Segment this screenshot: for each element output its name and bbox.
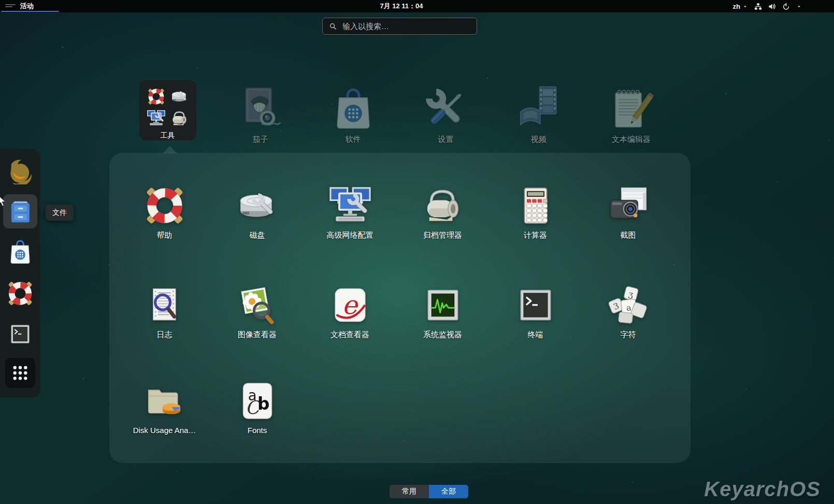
search-icon bbox=[329, 22, 337, 30]
app-item-disk-usage-analyzer[interactable]: Disk Usage Ana… bbox=[118, 379, 211, 435]
tools-folder-popup: 帮助 磁盘 高级网络配置 归档管理器 计算器 截图 bbox=[109, 153, 691, 463]
clock-button[interactable]: 7月 12 11：04 bbox=[380, 0, 423, 12]
app-label: 字符 bbox=[621, 330, 636, 340]
app-item-document-viewer[interactable]: 文档查看器 bbox=[304, 283, 396, 340]
app-label: 茄子 bbox=[253, 135, 268, 145]
network-wired-icon[interactable] bbox=[754, 3, 762, 10]
folder-preview-grid bbox=[147, 87, 189, 128]
keyboard-language-selector[interactable]: zh bbox=[733, 3, 748, 10]
videos-filmstrip-icon bbox=[514, 84, 563, 133]
folder-piechart-icon bbox=[143, 379, 186, 423]
gnome-activities-overview: 活动 7月 12 11：04 zh bbox=[0, 0, 834, 504]
tooltip-label: 文件 bbox=[52, 208, 67, 218]
dock-item-software[interactable] bbox=[6, 238, 35, 266]
folder-apps-row-2: 日志 图像查看器 文档查看器 系统监视器 终端 字符 bbox=[118, 283, 674, 340]
lifebuoy-icon bbox=[143, 184, 186, 227]
disk-wrench-icon bbox=[170, 87, 189, 106]
mouse-cursor bbox=[0, 195, 6, 207]
search-input[interactable] bbox=[341, 21, 470, 31]
app-settings[interactable]: 设置 bbox=[399, 80, 492, 145]
app-item-advanced-network[interactable]: 高级网络配置 bbox=[304, 184, 396, 240]
app-software[interactable]: 软件 bbox=[307, 80, 399, 145]
app-label: 日志 bbox=[157, 330, 172, 340]
dock-item-firefox[interactable] bbox=[6, 156, 35, 184]
settings-tools-icon bbox=[422, 84, 470, 133]
volume-icon[interactable] bbox=[768, 3, 776, 10]
app-label: 设置 bbox=[438, 135, 454, 145]
top-bar: 活动 7月 12 11：04 zh bbox=[0, 0, 834, 12]
archive-roller-icon bbox=[170, 109, 189, 128]
app-label: 截图 bbox=[621, 231, 636, 240]
app-label: 计算器 bbox=[524, 231, 547, 240]
cheese-webcam-icon bbox=[236, 84, 285, 133]
monitors-wrench-icon bbox=[147, 109, 166, 128]
frequent-view-button[interactable]: 常用 bbox=[390, 485, 429, 498]
terminal-icon bbox=[514, 283, 557, 327]
apps-view-switcher: 常用 全部 bbox=[390, 485, 468, 498]
folder-tools[interactable]: 工具 bbox=[121, 80, 214, 145]
app-item-terminal[interactable]: 终端 bbox=[489, 283, 582, 340]
app-label: 系统监视器 bbox=[423, 330, 462, 340]
language-label: zh bbox=[733, 3, 740, 10]
app-item-screenshot[interactable]: 截图 bbox=[582, 184, 674, 240]
dock-tooltip: 文件 bbox=[46, 205, 74, 221]
archive-roller-icon bbox=[421, 184, 465, 227]
app-label: 帮助 bbox=[157, 231, 172, 240]
app-label: 终端 bbox=[528, 330, 543, 340]
app-item-image-viewer[interactable]: 图像查看器 bbox=[211, 283, 304, 340]
dock-item-help[interactable] bbox=[6, 279, 35, 308]
app-label: 磁盘 bbox=[250, 231, 265, 240]
app-item-logs[interactable]: 日志 bbox=[118, 283, 211, 340]
app-label: 高级网络配置 bbox=[327, 231, 373, 240]
system-status-area[interactable]: zh bbox=[733, 0, 802, 12]
app-label: 归档管理器 bbox=[423, 231, 462, 240]
camera-window-icon bbox=[607, 184, 650, 227]
folder-apps-row-1: 帮助 磁盘 高级网络配置 归档管理器 计算器 截图 bbox=[118, 184, 674, 240]
all-label: 全部 bbox=[441, 487, 456, 496]
monitors-wrench-icon bbox=[328, 184, 372, 227]
evince-e-icon bbox=[328, 283, 372, 327]
app-item-characters[interactable]: 字符 bbox=[582, 283, 674, 340]
waveform-monitor-icon bbox=[421, 283, 465, 327]
activities-button[interactable]: 活动 bbox=[0, 0, 42, 12]
folder-popup-pointer bbox=[163, 146, 177, 153]
app-label: 文本编辑器 bbox=[612, 135, 651, 145]
disk-wrench-icon bbox=[236, 184, 279, 227]
app-item-fonts[interactable]: Fonts bbox=[211, 379, 304, 435]
folder-label: 工具 bbox=[161, 131, 175, 140]
app-text-editor[interactable]: 文本编辑器 bbox=[585, 80, 678, 145]
dash-dock bbox=[0, 149, 40, 398]
caret-down-icon bbox=[796, 4, 802, 9]
power-icon[interactable] bbox=[782, 3, 790, 10]
folder-apps-row-3: Disk Usage Ana… Fonts bbox=[118, 379, 674, 435]
app-label: 软件 bbox=[346, 135, 361, 145]
dock-item-files[interactable] bbox=[3, 194, 37, 228]
document-magnifier-icon bbox=[143, 283, 186, 327]
app-item-disks[interactable]: 磁盘 bbox=[211, 184, 304, 240]
folder-tools-tile[interactable]: 工具 bbox=[139, 80, 196, 140]
app-item-archive-manager[interactable]: 归档管理器 bbox=[396, 184, 489, 240]
app-label: 图像查看器 bbox=[238, 330, 277, 340]
app-item-system-monitor[interactable]: 系统监视器 bbox=[396, 283, 489, 340]
grid-9-dots-icon bbox=[9, 362, 32, 384]
distro-logo-icon bbox=[5, 4, 16, 8]
search-bar[interactable] bbox=[322, 18, 477, 35]
keycaps-icon bbox=[607, 283, 650, 327]
os-watermark: KeyarchOS bbox=[704, 478, 821, 501]
app-item-help[interactable]: 帮助 bbox=[118, 184, 211, 240]
activities-label: 活动 bbox=[20, 2, 34, 11]
app-item-calculator[interactable]: 计算器 bbox=[489, 184, 582, 240]
notepad-pencil-icon bbox=[607, 84, 656, 133]
calculator-icon bbox=[514, 184, 557, 227]
frequent-label: 常用 bbox=[402, 487, 416, 496]
app-cheese[interactable]: 茄子 bbox=[214, 80, 307, 145]
fonts-acb-icon bbox=[236, 379, 279, 423]
all-view-button[interactable]: 全部 bbox=[429, 485, 468, 498]
app-label: 视频 bbox=[531, 135, 547, 145]
app-videos[interactable]: 视频 bbox=[492, 80, 585, 145]
app-label: 文档查看器 bbox=[330, 330, 369, 340]
app-label: Disk Usage Ana… bbox=[133, 426, 196, 435]
dock-item-app-grid[interactable] bbox=[5, 358, 35, 388]
dock-item-terminal[interactable] bbox=[7, 321, 33, 347]
lifebuoy-icon bbox=[147, 87, 166, 106]
